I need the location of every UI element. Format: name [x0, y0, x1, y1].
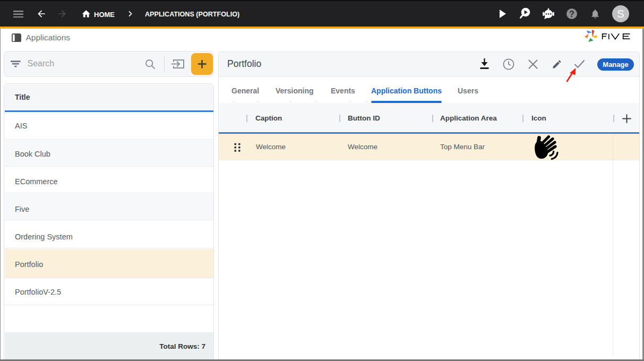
svg-text:?: ? [569, 10, 574, 19]
